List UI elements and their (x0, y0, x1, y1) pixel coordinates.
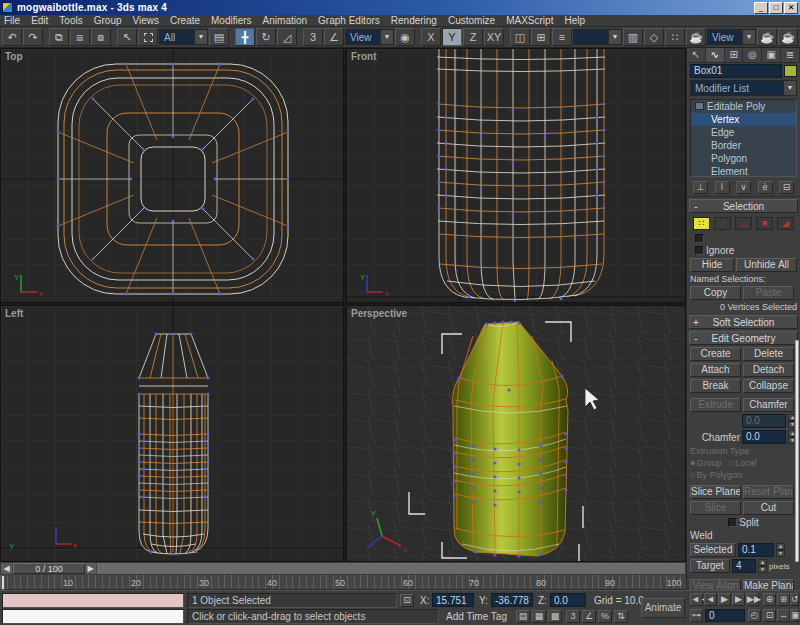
percent-snap-icon[interactable]: % (598, 610, 612, 623)
collapse-button[interactable]: Collapse (743, 379, 794, 393)
menu-tools[interactable]: Tools (59, 15, 82, 27)
configure-modifier-sets-icon[interactable]: ⊟ (779, 181, 794, 194)
split-checkbox[interactable] (728, 518, 737, 527)
menu-create[interactable]: Create (170, 15, 200, 27)
menu-help[interactable]: Help (564, 15, 585, 27)
quick-render-button[interactable]: ☕ (757, 28, 777, 46)
weld-target-field[interactable]: 4 (732, 559, 756, 573)
stack-item-polygon[interactable]: Polygon (691, 152, 796, 165)
display-tab-icon[interactable]: ▣ (762, 48, 781, 62)
coord-system-dropdown[interactable]: View ▼ (345, 29, 394, 45)
z-coord-field[interactable] (550, 593, 586, 607)
extrude-amount-field[interactable]: 0.0 (742, 414, 786, 428)
angle-snap-icon[interactable]: ∠ (582, 610, 596, 623)
named-selection-dropdown[interactable]: ▼ (573, 29, 622, 45)
chamfer-amount-field[interactable]: 0.0 (742, 430, 786, 444)
mirror-button[interactable]: ◫ (510, 28, 530, 46)
selection-rollout-header[interactable]: - Selection (689, 199, 798, 213)
prev-frame-icon[interactable]: ◄ (704, 593, 717, 606)
min-max-toggle-icon[interactable]: ▣ (790, 609, 799, 622)
restrict-x-button[interactable]: X (421, 28, 441, 46)
weld-target-spinner[interactable]: ▲▼ (758, 559, 767, 573)
close-button[interactable]: ✕ (784, 2, 798, 14)
by-polygon-radio[interactable]: ○ (690, 470, 695, 480)
dropdown-arrow-icon[interactable]: ▼ (380, 30, 393, 44)
selection-filter-dropdown[interactable]: All ▼ (159, 29, 208, 45)
unlink-selection-button[interactable]: ⧈ (70, 28, 90, 46)
polygon-subobject-icon[interactable]: ■ (756, 217, 773, 230)
dropdown-arrow-icon[interactable]: ▼ (783, 81, 796, 95)
modifier-list-dropdown[interactable]: Modifier List ▼ (690, 80, 797, 96)
zoom-extents-icon[interactable]: ⊡ (763, 609, 776, 622)
border-subobject-icon[interactable]: ◡ (735, 217, 752, 230)
object-color-swatch[interactable] (784, 65, 797, 77)
copy-named-selection-button[interactable]: Copy (690, 286, 741, 300)
modify-tab-icon[interactable]: ∿ (706, 48, 725, 62)
stack-item-editable-poly[interactable]: Editable Poly (691, 100, 796, 113)
dropdown-arrow-icon[interactable]: ▼ (742, 30, 755, 44)
current-frame-field[interactable] (705, 609, 745, 622)
delete-button[interactable]: Delete (743, 347, 794, 361)
region-select-button[interactable] (138, 28, 158, 46)
render-type-dropdown[interactable]: View ▼ (707, 29, 756, 45)
select-and-move-button[interactable]: ╋ (235, 28, 255, 46)
bind-to-spacewarp-button[interactable]: ⧇ (91, 28, 111, 46)
menu-rendering[interactable]: Rendering (391, 15, 437, 27)
menu-file[interactable]: File (4, 15, 20, 27)
render-last-button[interactable]: ☕ (778, 28, 798, 46)
add-time-tag[interactable]: Add Time Tag (446, 611, 507, 622)
stack-item-edge[interactable]: Edge (691, 126, 796, 139)
edit-geometry-rollout-header[interactable]: - Edit Geometry (689, 331, 798, 345)
chamfer-button[interactable]: Chamfer (743, 398, 794, 412)
maximize-button[interactable]: □ (769, 2, 783, 14)
slice-button[interactable]: Slice (690, 501, 741, 515)
restrict-y-button[interactable]: Y (442, 28, 462, 46)
dropdown-arrow-icon[interactable]: ▼ (194, 30, 207, 44)
stack-item-element[interactable]: Element (691, 165, 796, 177)
by-vertex-checkbox[interactable] (695, 234, 704, 243)
motion-tab-icon[interactable]: ◎ (743, 48, 762, 62)
hide-button[interactable]: Hide (690, 258, 734, 272)
select-object-button[interactable]: ↖ (117, 28, 137, 46)
key-mode-toggle-icon[interactable]: ⊶ (690, 609, 703, 622)
attach-button[interactable]: Attach (690, 363, 741, 377)
menu-animation[interactable]: Animation (263, 15, 307, 27)
maxscript-mini-listener[interactable] (2, 609, 184, 624)
create-tab-icon[interactable]: ↖ (687, 48, 706, 62)
viewport-perspective[interactable]: Perspective (346, 305, 686, 562)
go-to-start-icon[interactable]: ◄◄ (690, 593, 703, 606)
array-button[interactable]: ⊞ (531, 28, 551, 46)
go-to-end-icon[interactable]: ▶▶ (746, 593, 759, 606)
menu-edit[interactable]: Edit (31, 15, 48, 27)
use-pivot-center-button[interactable]: ◉ (395, 28, 415, 46)
crossing-mode-icon[interactable]: ▩ (548, 610, 562, 623)
vertex-subobject-icon[interactable]: ∷ (693, 217, 710, 230)
viewport-top[interactable]: Top (0, 48, 344, 303)
menu-modifiers[interactable]: Modifiers (211, 15, 252, 27)
hierarchy-tab-icon[interactable]: ⊞ (725, 48, 744, 62)
time-slider-button[interactable]: 0 / 100 (13, 563, 85, 574)
zoom-icon[interactable]: ⊕ (763, 593, 776, 606)
ignore-backfacing-checkbox[interactable] (695, 246, 704, 255)
render-scene-button[interactable]: ☕ (686, 28, 706, 46)
undo-button[interactable]: ↶ (2, 28, 22, 46)
track-bar-thumb[interactable] (1, 575, 5, 590)
material-editor-button[interactable]: ∷ (665, 28, 685, 46)
group-radio[interactable]: ● (690, 458, 695, 468)
make-unique-icon[interactable]: ∨ (736, 181, 751, 194)
viewport-front[interactable]: Front (346, 48, 686, 303)
menu-customize[interactable]: Customize (448, 15, 495, 27)
keyfilter-icon[interactable]: ▤ (516, 610, 530, 623)
select-and-rotate-button[interactable]: ↻ (256, 28, 276, 46)
select-by-name-button[interactable]: ▤ (209, 28, 229, 46)
pan-icon[interactable]: ↔ (777, 609, 790, 622)
weld-target-button[interactable]: Target (690, 559, 730, 573)
animate-button[interactable]: Animate (641, 598, 685, 618)
cut-button[interactable]: Cut (743, 501, 794, 515)
weld-threshold-spinner[interactable]: ▲▼ (776, 543, 785, 557)
next-frame-icon[interactable]: ▶ (732, 593, 745, 606)
time-slider-prev-arrow[interactable]: ◀ (1, 563, 13, 574)
track-bar[interactable]: 10 20 30 40 50 60 70 80 90 100 (0, 575, 686, 590)
align-button[interactable]: ≡ (552, 28, 572, 46)
slice-plane-button[interactable]: Slice Plane (690, 485, 741, 499)
